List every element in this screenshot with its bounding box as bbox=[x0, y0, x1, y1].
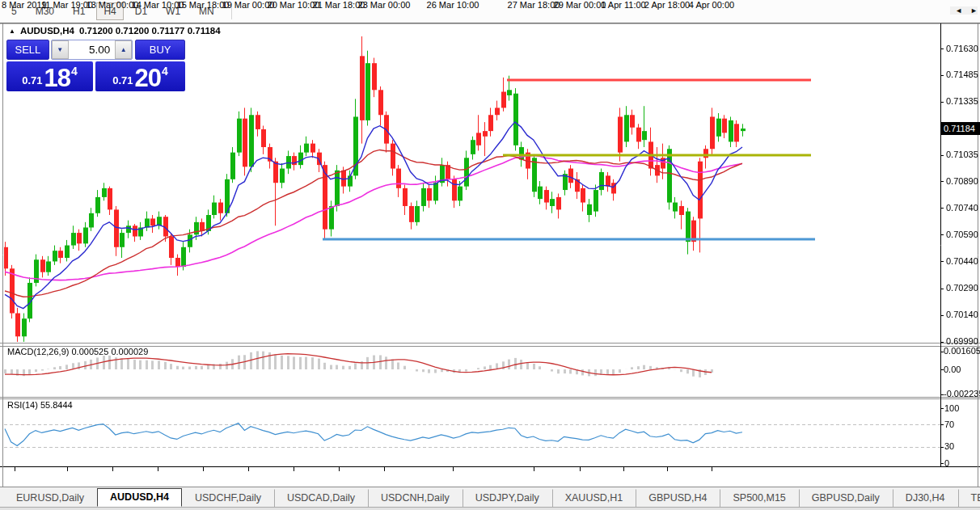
tab-scroll-arrows: ◄ ► bbox=[950, 6, 978, 15]
bottom-strip bbox=[0, 507, 980, 510]
sell-price-prefix: 0.71 bbox=[22, 74, 42, 86]
chart-tab-usdjpy-daily[interactable]: USDJPY,Daily bbox=[463, 489, 552, 507]
buy-quote-box[interactable]: 0.71 20 4 bbox=[95, 61, 185, 91]
price-axis-tick: 0.70590 bbox=[946, 230, 978, 239]
chart-tab-gbpusd-h4[interactable]: GBPUSD,H4 bbox=[636, 489, 720, 507]
rsi-indicator-label: RSI(14) 55.8444 bbox=[7, 400, 73, 410]
chart-tab-usdcnh-daily[interactable]: USDCNH,Daily bbox=[368, 489, 463, 507]
price-axis-tick: 0.71335 bbox=[946, 96, 978, 106]
tab-scroll-left-icon[interactable]: ◄ bbox=[955, 6, 962, 15]
current-price-tag: 0.71184 bbox=[941, 122, 980, 135]
chart-ohlc-values: 0.71200 0.71200 0.71177 0.71184 bbox=[79, 26, 221, 36]
price-axis-tick: 0.70140 bbox=[946, 310, 978, 319]
price-axis-tick: 0.71035 bbox=[946, 150, 978, 159]
chart-tab-usdchf-daily[interactable]: USDCHF,Daily bbox=[182, 489, 274, 507]
volume-stepper: ▼ 5.00 ▲ bbox=[51, 40, 133, 60]
price-axis-tick: 0.69990 bbox=[946, 336, 978, 346]
chart-tab-audusd-h4[interactable]: AUDUSD,H4 bbox=[97, 488, 182, 507]
symbol-collapse-icon[interactable]: ▲ bbox=[9, 27, 15, 35]
macd-axis-tick: 0.001605 bbox=[944, 346, 980, 356]
chart-tab-bar: EURUSD,DailyAUDUSD,H4USDCHF,DailyUSDCAD,… bbox=[0, 487, 980, 507]
macd-axis-tick: 0.00 bbox=[944, 365, 961, 374]
sell-quote-box[interactable]: 0.71 18 4 bbox=[6, 61, 93, 91]
mt4-terminal: 5M30H1H4D1W1MN ▲ AUDUSD,H4 0.71200 0.712… bbox=[0, 0, 980, 510]
chart-tab-tech100-h1[interactable]: TECH100,H1 bbox=[958, 489, 980, 507]
tab-scroll-right-icon[interactable]: ► bbox=[970, 6, 978, 15]
chart-tab-sp500-m15[interactable]: SP500,M15 bbox=[720, 489, 798, 507]
one-click-trade-panel: SELL ▼ 5.00 ▲ BUY 0.71 18 4 0.71 20 4 bbox=[6, 40, 185, 91]
rsi-axis-tick: 70 bbox=[944, 419, 954, 429]
volume-input[interactable]: 5.00 bbox=[69, 40, 116, 59]
buy-price-prefix: 0.71 bbox=[112, 74, 133, 86]
rsi-axis-tick: 30 bbox=[944, 441, 954, 451]
rsi-axis-tick: 0 bbox=[944, 458, 949, 468]
chart-tab-xauusd-h1[interactable]: XAUUSD,H1 bbox=[552, 489, 636, 507]
price-axis-tick: 0.71630 bbox=[946, 44, 978, 53]
chart-tab-usdcad-daily[interactable]: USDCAD,Daily bbox=[274, 489, 368, 507]
price-axis-tick: 0.70740 bbox=[946, 203, 978, 213]
sell-price-pips: 18 bbox=[44, 68, 70, 89]
chart-symbol-label: AUDUSD,H4 bbox=[20, 26, 74, 36]
chart-tab-gbpusd-daily[interactable]: GBPUSD,Daily bbox=[799, 489, 893, 507]
sell-price-point: 4 bbox=[71, 65, 78, 78]
price-axis-tick: 0.70440 bbox=[946, 256, 978, 266]
price-axis-tick: 0.71485 bbox=[946, 70, 978, 79]
price-axis-tick: 0.70290 bbox=[946, 283, 978, 293]
time-axis-tick: 4 Apr 00:00 bbox=[675, 0, 748, 10]
sell-button[interactable]: SELL bbox=[6, 40, 49, 60]
buy-price-point: 4 bbox=[162, 65, 168, 78]
macd-axis-tick: -0.002235 bbox=[944, 389, 980, 398]
buy-price-pips: 20 bbox=[135, 68, 161, 89]
chart-tab-dj30-h4[interactable]: DJ30,H4 bbox=[893, 489, 958, 507]
volume-decrease-button[interactable]: ▼ bbox=[52, 40, 69, 59]
price-axis-tick: 0.70890 bbox=[946, 176, 978, 186]
time-axis-tick: 23 Mar 00:00 bbox=[348, 0, 420, 10]
macd-indicator-label: MACD(12,26,9) 0.000525 0.000029 bbox=[7, 347, 148, 356]
volume-increase-button[interactable]: ▲ bbox=[115, 40, 132, 59]
buy-button[interactable]: BUY bbox=[135, 40, 185, 60]
rsi-axis-tick: 100 bbox=[944, 403, 959, 413]
time-axis-tick: 26 Mar 10:00 bbox=[416, 0, 489, 10]
chart-title: ▲ AUDUSD,H4 0.71200 0.71200 0.71177 0.71… bbox=[9, 26, 221, 36]
chart-tab-eurusd-daily[interactable]: EURUSD,Daily bbox=[3, 489, 97, 507]
